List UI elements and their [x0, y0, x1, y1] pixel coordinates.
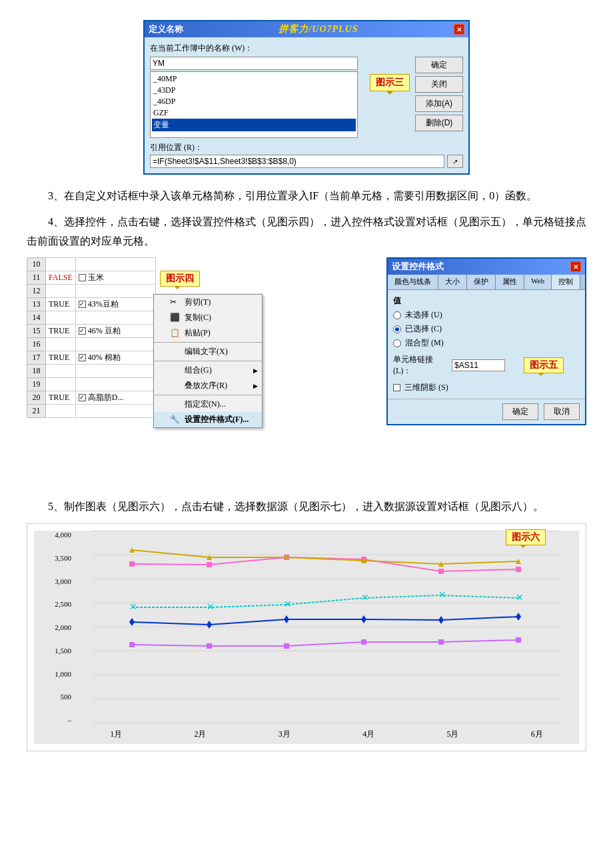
dialog1-listbox[interactable]: _40MP _43DP _46DP GZF 变量: [150, 71, 358, 138]
paragraph2: 4、选择控件，点击右键，选择设置控件格式（见图示四），进入控件格式设置对话框（见…: [27, 213, 586, 251]
annotation4-balloon: 图示四: [160, 271, 200, 287]
group-icon: [170, 365, 181, 376]
radio-selected[interactable]: 已选择 (C): [393, 323, 580, 335]
dialog1-ref-input-row: ↗: [150, 155, 463, 168]
series4-m4: [361, 615, 366, 623]
fcd-body: 值 未选择 (U) 已选择 (C) 混合型 (M) 单元格链接 (L)：: [388, 290, 585, 399]
fcd-shadow-row: 三维阴影 (S): [393, 382, 580, 393]
fcd-title: 设置控件格式: [392, 261, 444, 273]
checkbox-yuimi: 玉米: [79, 272, 153, 283]
row-num-21: 21: [27, 405, 46, 418]
fcd-shadow-checkbox[interactable]: [393, 384, 400, 391]
dialog1-delete-button[interactable]: 删除(D): [415, 115, 463, 131]
ctx-group-label: 组合(G): [185, 365, 212, 376]
ctx-cut[interactable]: ✂ 剪切(T): [154, 295, 262, 310]
dialog1-ok-button[interactable]: 确定: [415, 57, 463, 73]
table-row: 17 TRUE 40% 棉粕: [27, 351, 156, 365]
series3-m4: ✕: [361, 593, 369, 603]
list-item-46dp[interactable]: _46DP: [152, 96, 356, 107]
x-label-1: 1月: [110, 729, 122, 740]
tab-control[interactable]: 控制: [552, 275, 580, 289]
ctx-copy-label: 复制(C): [185, 312, 211, 323]
cell-20-1: TRUE: [46, 391, 76, 405]
ctx-format-control[interactable]: 🔧 设置控件格式(F)...: [154, 412, 262, 427]
cell-12-1: [46, 285, 76, 298]
dialog1-close-button2[interactable]: 关闭: [415, 76, 463, 93]
series3-m2: ✕: [207, 602, 215, 612]
checkbox-gaozhi: 高脂肪D...: [79, 392, 153, 403]
checkbox-46doupu-box[interactable]: [79, 327, 86, 335]
tab-color-lines[interactable]: 颜色与线条: [388, 275, 438, 289]
chart-inner: ✕ ✕ ✕ ✕ ✕ ✕: [74, 531, 579, 724]
table-row: 11 FALSE 玉米: [27, 271, 156, 285]
ctx-macro[interactable]: 指定宏(N)...: [154, 397, 262, 412]
radio-mixed[interactable]: 混合型 (M): [393, 337, 580, 349]
cell-12-2: [75, 285, 155, 298]
radio-selected-label: 已选择 (C): [405, 323, 442, 335]
table-row: 15 TRUE 46% 豆粕: [27, 325, 156, 338]
row-num-12: 12: [27, 285, 46, 298]
fcd-cancel-button[interactable]: 取消: [544, 403, 580, 420]
radio-selected-indicator: [393, 325, 401, 333]
fig1-container: 定义名称 拼客力/UO7PLUS ✕ 在当前工作簿中的名称 (W)： _40MP…: [27, 20, 586, 175]
radio-unselected-indicator: [393, 311, 401, 319]
annotation3-bubble: 图示三: [370, 74, 410, 91]
table-row: 21: [27, 405, 156, 418]
table-row: 14: [27, 311, 156, 325]
dialog1-ref-row: 引用位置 (R)： ↗: [150, 142, 463, 168]
dialog1-close-button[interactable]: ✕: [454, 24, 464, 35]
list-item-40mp[interactable]: _40MP: [152, 73, 356, 85]
fcd-celllink-row: 单元格链接 (L)： 图示五: [393, 354, 580, 377]
ctx-copy[interactable]: ⬛ 复制(C): [154, 310, 262, 325]
tab-size[interactable]: 大小: [438, 275, 467, 289]
checkbox-40mianpu-box[interactable]: [79, 354, 86, 361]
dialog1-body: 在当前工作簿中的名称 (W)： _40MP _43DP _46DP GZF 变量…: [145, 37, 468, 173]
fcd-ok-button[interactable]: 确定: [502, 403, 538, 420]
ctx-order[interactable]: 叠放次序(R): [154, 378, 262, 393]
series1-m2: [207, 562, 212, 567]
list-item-43dp[interactable]: _43DP: [152, 85, 356, 96]
ctx-edit-text[interactable]: 编辑文字(X): [154, 344, 262, 359]
cell-18-2: [75, 365, 155, 378]
fcd-close-button[interactable]: ✕: [570, 261, 581, 272]
tab-properties[interactable]: 属性: [496, 275, 524, 289]
fcd-celllink-input[interactable]: [452, 359, 505, 371]
dialog1-add-button[interactable]: 添加(A): [415, 95, 463, 112]
checkbox-yuimi-box[interactable]: [79, 274, 86, 281]
series4-m3: [284, 615, 289, 623]
row-num-17: 17: [27, 351, 46, 365]
cell-11-1: FALSE: [46, 271, 76, 285]
series5-line: [132, 640, 518, 646]
dialog1-title: 定义名称: [149, 23, 183, 35]
y-label-2500: 2,500: [55, 600, 71, 608]
ctx-paste[interactable]: 📋 粘贴(P): [154, 325, 262, 341]
ctx-group[interactable]: 组合(G): [154, 363, 262, 378]
radio-unselected-label: 未选择 (U): [405, 309, 442, 321]
dialog1-list-area: _40MP _43DP _46DP GZF 变量: [150, 57, 358, 138]
radio-unselected[interactable]: 未选择 (U): [393, 309, 580, 321]
checkbox-43doupu-box[interactable]: [79, 301, 86, 308]
checkbox-gaozhi-box[interactable]: [79, 394, 86, 401]
fcd-radio-group: 未选择 (U) 已选择 (C) 混合型 (M): [393, 309, 580, 349]
ctx-sep3: [154, 395, 262, 395]
list-item-gzf[interactable]: GZF: [152, 107, 356, 119]
tab-web[interactable]: Web: [524, 275, 552, 289]
copy-icon: ⬛: [170, 313, 181, 323]
dialog1-name-input[interactable]: [150, 57, 358, 70]
dialog1-ref-input[interactable]: [150, 155, 444, 168]
list-item-bianliang[interactable]: 变量: [152, 119, 356, 131]
tab-protection[interactable]: 保护: [467, 275, 496, 289]
table-row: 20 TRUE 高脂肪D...: [27, 391, 156, 405]
y-label-500: 500: [61, 693, 72, 701]
chart-y-axis: 4,000 3,500 3,000 2,500 2,000 1,500 1,00…: [34, 531, 74, 724]
chart-area: 4,000 3,500 3,000 2,500 2,000 1,500 1,00…: [34, 531, 579, 744]
dialog1-ref-collapse-button[interactable]: ↗: [447, 155, 463, 168]
series5-m2: [207, 643, 212, 649]
checkbox-40mianpu-label: 40% 棉粕: [88, 352, 121, 363]
row-num-18: 18: [27, 365, 46, 378]
series1-m6: [516, 567, 521, 572]
x-label-4: 4月: [362, 729, 374, 740]
define-name-dialog: 定义名称 拼客力/UO7PLUS ✕ 在当前工作簿中的名称 (W)： _40MP…: [143, 20, 470, 175]
paragraph3: 5、制作图表（见图示六），点击右键，选择数据源（见图示七），进入数据源设置对话框…: [27, 497, 586, 517]
table-row: 10: [27, 258, 156, 271]
